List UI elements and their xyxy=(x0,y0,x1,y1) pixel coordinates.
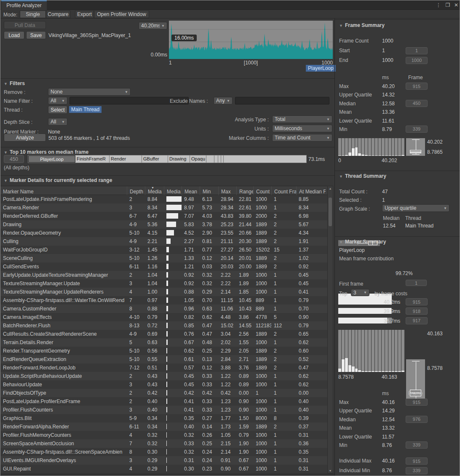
top10-header[interactable]: ▼Top 10 markers on median frame xyxy=(4,149,88,155)
frame-link-button[interactable]: 918 xyxy=(406,308,428,315)
table-row[interactable]: Profiler.FlushCounters30.400.410.331.230… xyxy=(0,406,327,414)
column-header-depth[interactable]: Depth xyxy=(127,186,145,195)
table-row[interactable]: TextureStreamingManager.Update31.040.920… xyxy=(0,279,327,288)
frame-summary-header[interactable]: ▼Frame Summary xyxy=(339,22,385,28)
filters-header[interactable]: ▼Filters xyxy=(4,80,25,86)
maximize-icon[interactable]: ❐ xyxy=(444,2,451,8)
median-frame-chip[interactable]: 450 xyxy=(4,155,24,163)
table-row[interactable]: SceneCulling5-101.261.330.1220.1420.0118… xyxy=(0,254,327,262)
table-row[interactable]: ScreenSpaceAmbientOcclusion70.320.330.25… xyxy=(0,439,327,448)
top10-segment[interactable]: FinishFrameR xyxy=(75,155,110,163)
column-header-at_median[interactable]: At Median F xyxy=(296,186,326,195)
table-row[interactable]: CullResults.CreateSharedRendererScene4-9… xyxy=(0,330,327,338)
tab-profile-analyzer[interactable]: Profile Analyzer xyxy=(1,0,47,10)
column-header-count[interactable]: Count xyxy=(253,186,271,195)
frame-link-button[interactable]: 915 xyxy=(406,83,428,90)
exclude-mode-dropdown[interactable]: Any▼ xyxy=(214,97,233,104)
graph-scale-dropdown[interactable]: Upper quartile▼ xyxy=(382,204,449,212)
table-row[interactable]: RenderForwardAlpha.Render6-110.340.400.1… xyxy=(0,423,327,431)
frame-link-button[interactable]: 917 xyxy=(406,317,428,324)
analyze-button[interactable]: Analyze xyxy=(4,134,46,142)
frame-link-button[interactable]: 915 xyxy=(406,298,428,305)
table-row[interactable]: BatchRenderer.Flush8-130.720.850.4715.02… xyxy=(0,321,327,330)
top10-segment[interactable]: GBuffer xyxy=(142,155,168,163)
table-row[interactable]: PostLateUpdate.FinishFrameRendering28.84… xyxy=(0,195,327,203)
column-header-bar[interactable]: Media xyxy=(164,186,182,195)
table-row[interactable]: Assembly-CSharp-firstpass.dll!::ScreenSp… xyxy=(0,448,327,456)
load-button[interactable]: Load xyxy=(4,31,24,39)
table-row[interactable]: PostLateUpdate.ProfilerEndFrame20.400.41… xyxy=(0,397,327,406)
first-frame-chip[interactable]: 1 xyxy=(406,280,427,286)
top-n-dropdown[interactable]: 3▼ xyxy=(351,289,369,296)
table-row[interactable]: Camera.ImageEffects4-100.790.820.624.483… xyxy=(0,313,327,321)
analysis-type-dropdown[interactable]: Total▼ xyxy=(272,115,332,123)
table-row[interactable]: Render.OpaqueGeometry5-104.154.522.9023.… xyxy=(0,229,327,237)
table-row[interactable]: FindObjectsOfType20.420.420.420.420.0011… xyxy=(0,389,327,397)
exclude-names-input[interactable] xyxy=(235,97,329,104)
name-filter-mode-dropdown[interactable]: All▼ xyxy=(48,97,67,104)
kebab-menu-icon[interactable]: ⋮ xyxy=(435,2,442,8)
table-scrollbar[interactable]: ▲ ▼ xyxy=(327,186,333,473)
scroll-down-icon[interactable]: ▼ xyxy=(328,469,333,472)
column-header-range[interactable]: Range xyxy=(236,186,253,195)
table-row[interactable]: Camera.Render38.348.975.7328.3422.611000… xyxy=(0,203,327,212)
mode-button-compare[interactable]: Compare xyxy=(46,11,70,18)
table-row[interactable]: TextureStreamingManager.UpdateRenderers4… xyxy=(0,288,327,296)
table-row[interactable]: Profiler.FlushMemoryCounters40.320.320.2… xyxy=(0,431,327,439)
marker-summary-header[interactable]: ▼Marker Summary xyxy=(339,239,386,245)
thread-summary-header[interactable]: ▼Thread Summary xyxy=(339,173,386,179)
marker-columns-dropdown[interactable]: Time and Count▼ xyxy=(272,134,332,142)
save-button[interactable]: Save xyxy=(26,31,46,39)
table-row[interactable]: RenderForward.RenderLoopJob7-120.510.570… xyxy=(0,364,327,372)
frame-link-button[interactable]: 339 xyxy=(406,441,428,449)
frame-timeline-chart[interactable]: 16.00ms xyxy=(169,21,333,59)
column-header-max[interactable]: Max xyxy=(218,186,236,195)
thread-select-button[interactable]: Select xyxy=(48,106,67,114)
top10-segment[interactable] xyxy=(206,155,214,163)
column-header-mean[interactable]: Mean xyxy=(182,186,200,195)
open-profiler-window-button[interactable]: Open Profiler Window xyxy=(94,11,149,18)
timeline-scale-dropdown[interactable]: 40.20ms▼ xyxy=(139,22,167,29)
marker-details-header[interactable]: ▼Marker Details for currently selected r… xyxy=(4,177,112,183)
table-row[interactable]: Assembly-CSharp-firstpass.dll!::WaterTil… xyxy=(0,296,327,305)
top10-segment[interactable]: Render xyxy=(110,155,142,163)
table-row[interactable]: Drawing4-95.365.833.7825.2321.44188925.6… xyxy=(0,220,327,229)
frame-link-button[interactable]: 915 xyxy=(406,398,428,406)
column-header-name[interactable]: Marker Name xyxy=(0,186,127,195)
scroll-up-icon[interactable]: ▲ xyxy=(328,187,333,190)
table-row[interactable]: WaitForJobGroupID3-121.451.710.7727.2726… xyxy=(0,246,327,254)
frame-link-button[interactable]: 976 xyxy=(406,416,428,423)
units-dropdown[interactable]: Milliseconds▼ xyxy=(272,125,332,132)
frame-link-button[interactable]: 339 xyxy=(406,126,428,133)
frame-link-button[interactable]: 1 xyxy=(406,47,428,54)
table-row[interactable]: CullSendEvents6-111.161.210.0320.0320.00… xyxy=(0,262,327,271)
top10-segment[interactable] xyxy=(214,155,218,163)
mode-button-single[interactable]: Single xyxy=(20,11,46,18)
top10-segment[interactable]: Opaqu xyxy=(190,155,206,163)
frame-link-button[interactable]: 339 xyxy=(406,467,428,474)
top10-segment[interactable]: Drawing xyxy=(168,155,190,163)
table-row[interactable]: GUI.Repaint40.290.300.230.900.67100010.3… xyxy=(0,465,327,473)
export-button[interactable]: Export xyxy=(75,11,94,18)
table-row[interactable]: Terrain.Details.Render50.630.670.482.021… xyxy=(0,338,327,347)
top10-segment[interactable] xyxy=(218,155,221,163)
depth-slice-dropdown[interactable]: All▼ xyxy=(48,118,67,126)
column-header-count_frames[interactable]: Count Fra xyxy=(271,186,296,195)
table-row[interactable]: EndRenderQueueExtraction5-100.550.610.13… xyxy=(0,355,327,364)
table-row[interactable]: Graphics.Blit5-90.340.350.271.771.508000… xyxy=(0,414,327,423)
pull-data-button[interactable]: Pull Data xyxy=(4,21,46,29)
table-row[interactable]: Render.TransparentGeometry5-100.560.620.… xyxy=(0,347,327,355)
table-row[interactable]: EarlyUpdate.UpdateTextureStreamingManage… xyxy=(0,271,327,279)
bottom-scroll-strip[interactable] xyxy=(0,473,334,476)
table-row[interactable]: RenderDeferred.GBuffer6-76.477.074.0343.… xyxy=(0,212,327,220)
frame-link-button[interactable]: 1000 xyxy=(406,57,428,64)
top10-segment[interactable]: PlayerLoop xyxy=(28,155,75,163)
column-header-median[interactable]: Media▼ xyxy=(145,186,164,195)
column-header-min[interactable]: Min xyxy=(200,186,218,195)
scrollbar-thumb[interactable] xyxy=(329,198,332,226)
frame-link-button[interactable]: 915 xyxy=(406,457,428,465)
table-row[interactable]: UIEvents.IMGUIRenderOverlays30.290.310.2… xyxy=(0,456,327,465)
remove-dropdown[interactable]: None▼ xyxy=(48,88,131,96)
table-row[interactable]: Update.ScriptRunBehaviourUpdate20.430.45… xyxy=(0,372,327,380)
close-icon[interactable]: ✕ xyxy=(453,2,460,8)
